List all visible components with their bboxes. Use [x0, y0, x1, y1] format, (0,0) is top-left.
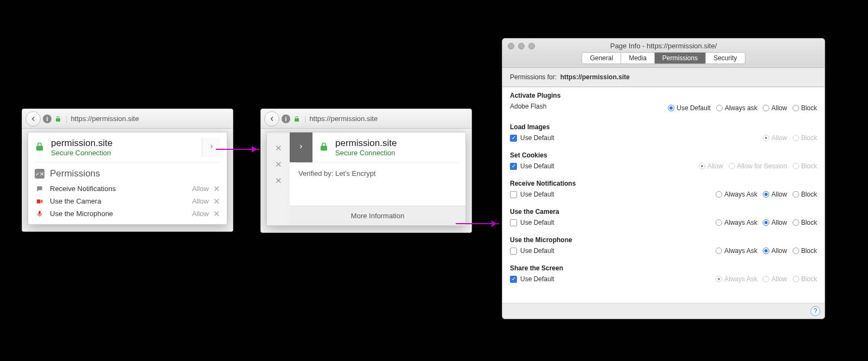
option-block[interactable]: Block [793, 104, 817, 112]
collapse-security-button[interactable] [290, 132, 312, 162]
use-default-label: Use Default [520, 219, 554, 226]
tab-general[interactable]: General [582, 53, 621, 64]
permissions-for-bar: Permissions for: https://permission.site [502, 68, 825, 87]
remove-permission-icon[interactable]: ✕ [275, 143, 282, 153]
radio-icon [699, 163, 705, 169]
radio-icon [668, 105, 674, 111]
option-always ask[interactable]: Always Ask [716, 191, 757, 198]
camera-icon [35, 198, 44, 205]
url-separator: | [66, 115, 67, 123]
permission-block-heading: Use the Microphone [510, 236, 817, 244]
identity-popover-collapsed: i | https://permission.site permission.s… [22, 109, 233, 232]
option-block[interactable]: Block [793, 191, 817, 198]
use-default-label: Use Default [520, 134, 554, 142]
use-default-label: Use Default [520, 191, 554, 198]
radio-icon [716, 105, 723, 111]
permission-status: Allow [192, 197, 209, 205]
radio-icon [716, 191, 722, 198]
tab-permissions[interactable]: Permissions [655, 53, 706, 64]
radio-icon [793, 105, 799, 111]
remove-permission-icon[interactable]: ✕ [275, 176, 282, 186]
radio-icon [716, 276, 722, 282]
url-text[interactable]: https://permission.site [71, 115, 139, 123]
permission-row: Use the MicrophoneAllow✕ [28, 207, 227, 220]
permissions-heading: ✓✕ Permissions [28, 163, 227, 182]
option-block: Block [793, 162, 817, 170]
site-name: permission.site [335, 138, 397, 149]
tab-media[interactable]: Media [621, 53, 655, 64]
remove-permission-icon[interactable]: ✕ [275, 160, 282, 169]
permission-block-heading: Activate Plugins [510, 92, 817, 99]
radio-icon [763, 105, 769, 111]
permission-status: Allow [192, 185, 209, 193]
remove-permission-icon[interactable]: ✕ [213, 185, 220, 193]
window-controls[interactable] [508, 43, 535, 49]
option-always ask[interactable]: Always Ask [716, 219, 757, 226]
use-default-checkbox[interactable] [510, 135, 517, 142]
use-default-label: Use Default [520, 247, 554, 255]
use-default-label: Use Default [520, 162, 554, 170]
page-info-window: Page Info - https://permission.site/ Gen… [502, 38, 825, 319]
use-default-checkbox[interactable] [510, 248, 517, 255]
url-toolbar: i | https://permission.site [22, 109, 233, 129]
option-always ask[interactable]: Always Ask [716, 247, 757, 255]
identity-info-icon[interactable]: i [43, 115, 52, 123]
expand-security-button[interactable] [202, 138, 220, 157]
option-block[interactable]: Block [793, 247, 817, 255]
use-default-label: Use Default [520, 275, 554, 283]
option-always ask[interactable]: Always ask [716, 104, 757, 112]
option-allow[interactable]: Allow [763, 219, 787, 226]
permission-block-heading: Load Images [510, 123, 817, 131]
permission-block: Set CookiesUse DefaultAllowAllow for Ses… [502, 147, 825, 175]
identity-popover-expanded: i | https://permission.site ✕ ✕ ✕ [260, 109, 472, 233]
permissions-list[interactable]: Activate PluginsAdobe FlashUse DefaultAl… [502, 87, 825, 303]
radio-icon [793, 163, 799, 169]
option-allow[interactable]: Allow [763, 104, 787, 112]
connection-status: Secure Connection [335, 149, 397, 157]
permissions-for-label: Permissions for: [510, 73, 557, 81]
remove-permission-icon[interactable]: ✕ [213, 197, 220, 205]
remove-permission-icon[interactable]: ✕ [213, 210, 220, 218]
option-allow[interactable]: Allow [763, 247, 787, 255]
option-allow[interactable]: Allow [763, 191, 787, 198]
permission-label: Receive Notifications [50, 185, 192, 193]
lock-icon [35, 141, 44, 154]
use-default-checkbox[interactable] [510, 163, 517, 170]
use-default-checkbox[interactable] [510, 191, 517, 198]
site-name: permission.site [51, 138, 202, 149]
permission-status: Allow [192, 210, 209, 218]
url-separator: | [304, 115, 306, 123]
lock-icon [292, 115, 301, 123]
identity-popover: ✕ ✕ ✕ permission.si [266, 132, 466, 226]
radio-icon [763, 135, 769, 141]
radio-icon [729, 163, 735, 169]
permission-block: Receive NotificationsUse DefaultAlways A… [502, 175, 825, 204]
use-default-checkbox[interactable] [510, 276, 517, 283]
radio-icon [793, 248, 799, 254]
identity-info-icon[interactable]: i [282, 115, 290, 123]
mic-icon [35, 210, 44, 218]
back-button[interactable] [25, 111, 41, 126]
radio-icon [793, 191, 799, 198]
permissions-strip: ✕ ✕ ✕ [267, 132, 290, 225]
option-use default[interactable]: Use Default [668, 104, 711, 112]
url-text[interactable]: https://permission.site [309, 115, 378, 123]
option-allow for session: Allow for Session [729, 162, 787, 170]
option-always ask: Always Ask [716, 275, 757, 283]
permission-label: Use the Microphone [50, 210, 192, 218]
option-block: Block [793, 275, 817, 283]
more-information-button[interactable]: More Information [290, 206, 465, 225]
radio-icon [793, 135, 799, 141]
permission-label: Use the Camera [50, 197, 192, 205]
url-toolbar: i | https://permission.site [261, 109, 471, 129]
permission-block-heading: Set Cookies [510, 151, 817, 159]
permission-row: Use the CameraAllow✕ [28, 195, 227, 207]
radio-icon [763, 219, 769, 226]
back-button[interactable] [264, 111, 279, 126]
lock-icon [54, 115, 62, 123]
option-block[interactable]: Block [793, 219, 817, 226]
tab-security[interactable]: Security [706, 53, 744, 64]
use-default-checkbox[interactable] [510, 219, 517, 226]
help-button[interactable]: ? [810, 306, 820, 316]
radio-icon [793, 219, 799, 226]
